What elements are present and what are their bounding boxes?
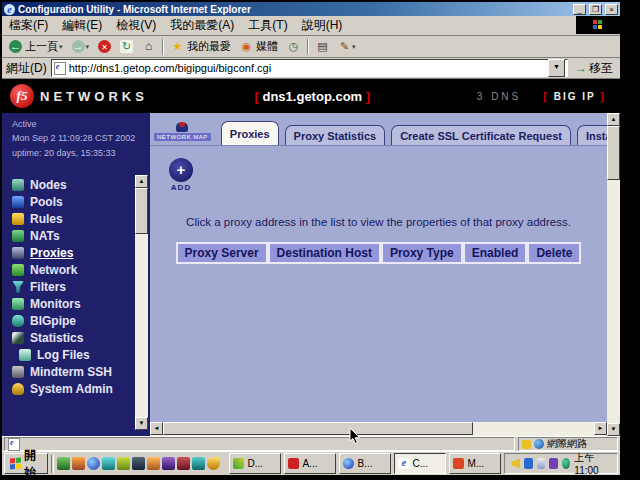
back-icon <box>9 40 22 53</box>
nav-3dns-link[interactable]: 3 DNS <box>477 91 521 102</box>
tab-install-ssl-certificate[interactable]: Install SSL Certificate <box>577 125 607 145</box>
tab-create-ssl-certificate-request[interactable]: Create SSL Certificate Request <box>391 125 571 145</box>
scrollbar-thumb[interactable] <box>135 188 148 234</box>
stop-icon <box>98 40 111 53</box>
scroll-up-icon[interactable]: ▲ <box>607 113 620 126</box>
menu-tools[interactable]: 工具(T) <box>241 17 294 34</box>
quick-launch-icon[interactable] <box>102 457 115 470</box>
network-map-button[interactable]: NETWORK MAP <box>154 122 211 141</box>
close-button[interactable]: × <box>605 4 618 15</box>
sidebar-item-proxies[interactable]: Proxies <box>12 244 150 261</box>
quick-launch-icon[interactable] <box>177 457 190 470</box>
scroll-right-icon[interactable]: ► <box>594 422 607 435</box>
favorites-button[interactable]: 我的最愛 <box>167 38 235 55</box>
mindterm-ssh-icon <box>12 366 24 378</box>
print-icon <box>316 40 329 53</box>
sidebar-item-statistics[interactable]: Statistics <box>12 329 150 346</box>
tray-icon[interactable] <box>549 458 558 469</box>
horizontal-scrollbar[interactable]: ◄ ► <box>150 422 607 436</box>
sidebar-item-mindterm-ssh[interactable]: Mindterm SSH <box>12 363 150 380</box>
nav-bigip-link[interactable]: [ BIG IP ] <box>543 90 606 102</box>
sidebar-item-pools[interactable]: Pools <box>12 193 150 210</box>
address-dropdown-icon[interactable]: ▼ <box>548 59 565 77</box>
sidebar-item-log-files[interactable]: Log Files <box>12 346 150 363</box>
stop-button[interactable] <box>94 39 115 54</box>
task-window-button[interactable]: B... <box>339 453 391 474</box>
back-button[interactable]: 上一頁 ▾ <box>5 38 67 55</box>
forward-dropdown-icon[interactable]: ▾ <box>86 43 90 51</box>
sidebar-item-monitors[interactable]: Monitors <box>12 295 150 312</box>
scrollbar-thumb[interactable] <box>607 126 620 180</box>
media-button[interactable]: 媒體 <box>236 38 282 55</box>
scroll-down-icon[interactable]: ▼ <box>607 423 620 436</box>
status-active: Active <box>12 117 150 131</box>
tray-icon[interactable] <box>524 458 533 469</box>
app-icon <box>233 458 244 469</box>
go-button[interactable]: → 移至 <box>572 60 616 77</box>
menu-favorites[interactable]: 我的最愛(A) <box>163 17 241 34</box>
edit-button[interactable]: ▾ <box>334 39 360 54</box>
task-window-button[interactable]: A... <box>284 453 336 474</box>
sidebar-item-nats[interactable]: NATs <box>12 227 150 244</box>
log-files-icon <box>19 349 31 361</box>
quick-launch-icon[interactable] <box>72 457 85 470</box>
start-button[interactable]: 開始 <box>4 453 48 474</box>
menu-file[interactable]: 檔案(F) <box>2 17 55 34</box>
task-window-button-active[interactable]: C... <box>394 453 446 474</box>
volume-icon[interactable] <box>511 458 520 469</box>
quick-launch-icon[interactable] <box>192 457 205 470</box>
ie-app-icon <box>398 458 409 469</box>
app-icon <box>288 458 299 469</box>
scroll-left-icon[interactable]: ◄ <box>150 422 163 435</box>
scrollbar-thumb[interactable] <box>163 422 473 435</box>
status-bar: 網際網路 <box>2 436 620 451</box>
sidebar-item-bigpipe[interactable]: BIGpipe <box>12 312 150 329</box>
quick-launch-icon[interactable] <box>117 457 130 470</box>
tab-proxies[interactable]: Proxies <box>221 121 279 145</box>
add-proxy-button[interactable]: + ADD <box>168 158 194 192</box>
edit-dropdown-icon[interactable]: ▾ <box>352 43 356 51</box>
column-destination-host: Destination Host <box>268 242 381 264</box>
hostname: dns1.getop.com <box>262 89 362 104</box>
menu-help[interactable]: 說明(H) <box>295 17 350 34</box>
menu-edit[interactable]: 編輯(E) <box>55 17 109 34</box>
tray-icon[interactable] <box>562 458 571 469</box>
maximize-button[interactable]: ❐ <box>589 4 602 15</box>
task-window-button[interactable]: M... <box>449 453 501 474</box>
zone-label: 網際網路 <box>547 437 587 451</box>
refresh-button[interactable] <box>116 39 137 54</box>
open-windows: D... A... B... C... M... <box>229 453 501 474</box>
forward-button[interactable]: ▾ <box>68 39 94 54</box>
back-dropdown-icon[interactable]: ▾ <box>59 43 63 51</box>
scroll-up-icon[interactable]: ▲ <box>135 175 148 188</box>
nats-icon <box>12 230 24 242</box>
quick-launch-icon[interactable] <box>207 457 220 470</box>
sidebar-item-system-admin[interactable]: System Admin <box>12 380 150 397</box>
home-button[interactable] <box>138 39 159 54</box>
minimize-button[interactable]: _ <box>573 4 586 15</box>
media-icon <box>240 40 253 53</box>
column-proxy-type: Proxy Type <box>381 242 463 264</box>
quick-launch-icon[interactable] <box>162 457 175 470</box>
menu-view[interactable]: 檢視(V) <box>109 17 163 34</box>
tray-icon[interactable] <box>537 458 546 469</box>
sidebar-item-filters[interactable]: Filters <box>12 278 150 295</box>
address-input[interactable] <box>69 62 545 74</box>
quick-launch-icon[interactable] <box>132 457 145 470</box>
sidebar-scrollbar[interactable]: ▲ ▼ <box>135 175 148 430</box>
sidebar-item-network[interactable]: Network <box>12 261 150 278</box>
task-window-button[interactable]: D... <box>229 453 281 474</box>
history-icon <box>287 40 300 53</box>
mouse-cursor <box>349 427 361 445</box>
quick-launch-icon[interactable] <box>87 457 100 470</box>
scroll-down-icon[interactable]: ▼ <box>135 417 148 430</box>
sidebar-item-nodes[interactable]: Nodes <box>12 176 150 193</box>
home-icon <box>142 40 155 53</box>
print-button[interactable] <box>312 39 333 54</box>
quick-launch-icon[interactable] <box>57 457 70 470</box>
vertical-scrollbar[interactable]: ▲ ▼ <box>607 113 620 436</box>
tab-proxy-statistics[interactable]: Proxy Statistics <box>285 125 386 145</box>
quick-launch-icon[interactable] <box>147 457 160 470</box>
history-button[interactable] <box>283 39 304 54</box>
sidebar-item-rules[interactable]: Rules <box>12 210 150 227</box>
